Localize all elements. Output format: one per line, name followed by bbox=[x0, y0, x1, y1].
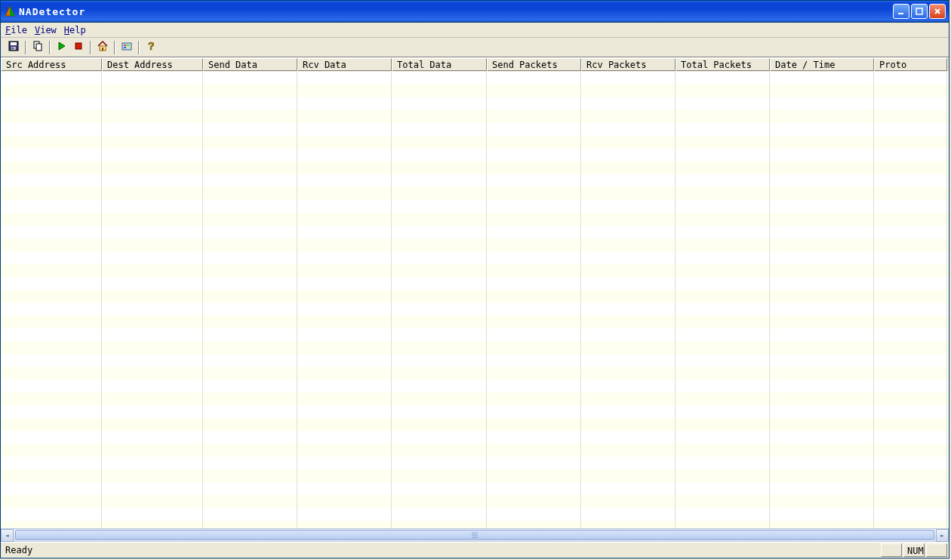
column-header-send-data[interactable]: Send Data bbox=[203, 58, 297, 71]
table-cell bbox=[770, 238, 874, 251]
table-cell bbox=[770, 469, 874, 482]
svg-rect-12 bbox=[124, 45, 126, 46]
table-cell bbox=[297, 303, 392, 315]
table-cell bbox=[676, 97, 770, 110]
table-cell bbox=[392, 290, 487, 303]
table-cell bbox=[203, 174, 297, 187]
table-row[interactable] bbox=[1, 213, 949, 226]
table-row[interactable] bbox=[1, 303, 949, 315]
table-row[interactable] bbox=[1, 149, 949, 162]
table-row[interactable] bbox=[1, 482, 949, 495]
table-cell bbox=[102, 136, 203, 149]
home-button[interactable] bbox=[94, 39, 111, 56]
table-row[interactable] bbox=[1, 495, 949, 508]
start-button[interactable] bbox=[54, 39, 70, 56]
table-cell bbox=[297, 174, 392, 187]
table-cell bbox=[581, 392, 676, 405]
menu-file[interactable]: File bbox=[5, 25, 27, 35]
maximize-button[interactable] bbox=[911, 4, 928, 19]
table-row[interactable] bbox=[1, 431, 949, 444]
table-cell bbox=[770, 136, 874, 149]
table-row[interactable] bbox=[1, 521, 949, 528]
copy-button[interactable] bbox=[29, 39, 46, 56]
table-cell bbox=[392, 149, 487, 162]
table-row[interactable] bbox=[1, 290, 949, 303]
table-row[interactable] bbox=[1, 469, 949, 482]
table-row[interactable] bbox=[1, 123, 949, 136]
table-row[interactable] bbox=[1, 85, 949, 97]
stop-button[interactable] bbox=[70, 39, 87, 56]
menu-help[interactable]: Help bbox=[64, 25, 86, 35]
table-cell bbox=[392, 508, 487, 521]
column-header-dest-address[interactable]: Dest Address bbox=[102, 58, 203, 71]
table-row[interactable] bbox=[1, 72, 949, 85]
table-cell bbox=[770, 380, 874, 392]
table-row[interactable] bbox=[1, 238, 949, 251]
table-cell bbox=[581, 354, 676, 367]
table-row[interactable] bbox=[1, 508, 949, 521]
table-row[interactable] bbox=[1, 136, 949, 149]
table-cell bbox=[874, 457, 947, 469]
table-row[interactable] bbox=[1, 110, 949, 123]
table-cell bbox=[203, 187, 297, 200]
column-header-rcv-packets[interactable]: Rcv Packets bbox=[581, 58, 676, 71]
close-button[interactable] bbox=[929, 4, 946, 19]
table-cell bbox=[102, 367, 203, 380]
column-header-src-address[interactable]: Src Address bbox=[1, 58, 102, 71]
table-cell bbox=[297, 315, 392, 328]
table-cell bbox=[676, 495, 770, 508]
table-cell bbox=[203, 405, 297, 418]
table-row[interactable] bbox=[1, 367, 949, 380]
table-row[interactable] bbox=[1, 418, 949, 431]
table-row[interactable] bbox=[1, 226, 949, 238]
column-header-date-time[interactable]: Date / Time bbox=[770, 58, 874, 71]
table-row[interactable] bbox=[1, 187, 949, 200]
table-cell bbox=[487, 110, 581, 123]
table-cell bbox=[770, 508, 874, 521]
table-cell bbox=[581, 251, 676, 264]
scroll-left-button[interactable]: ◄ bbox=[1, 529, 14, 542]
scroll-track[interactable] bbox=[14, 529, 936, 542]
column-header-proto[interactable]: Proto bbox=[874, 58, 947, 71]
table-row[interactable] bbox=[1, 354, 949, 367]
table-cell bbox=[203, 213, 297, 226]
scroll-thumb[interactable] bbox=[15, 530, 934, 540]
table-row[interactable] bbox=[1, 277, 949, 290]
svg-rect-14 bbox=[124, 47, 126, 48]
stop-icon bbox=[72, 40, 85, 54]
column-header-rcv-data[interactable]: Rcv Data bbox=[297, 58, 392, 71]
about-button[interactable]: ? bbox=[143, 39, 159, 56]
table-cell bbox=[581, 482, 676, 495]
table-cell bbox=[581, 457, 676, 469]
table-cell bbox=[297, 187, 392, 200]
table-row[interactable] bbox=[1, 251, 949, 264]
column-header-total-data[interactable]: Total Data bbox=[392, 58, 487, 71]
table-row[interactable] bbox=[1, 341, 949, 354]
scroll-right-button[interactable]: ► bbox=[936, 529, 949, 542]
table-row[interactable] bbox=[1, 97, 949, 110]
table-row[interactable] bbox=[1, 444, 949, 457]
list-view[interactable]: Src AddressDest AddressSend DataRcv Data… bbox=[1, 57, 949, 528]
options-button[interactable] bbox=[118, 39, 135, 56]
column-header-total-packets[interactable]: Total Packets bbox=[676, 58, 770, 71]
table-cell bbox=[203, 431, 297, 444]
table-row[interactable] bbox=[1, 174, 949, 187]
table-row[interactable] bbox=[1, 405, 949, 418]
table-row[interactable] bbox=[1, 457, 949, 469]
table-row[interactable] bbox=[1, 392, 949, 405]
table-cell bbox=[874, 495, 947, 508]
table-row[interactable] bbox=[1, 200, 949, 213]
horizontal-scrollbar[interactable]: ◄ ► bbox=[1, 528, 949, 542]
table-row[interactable] bbox=[1, 328, 949, 341]
table-cell bbox=[487, 174, 581, 187]
minimize-button[interactable] bbox=[893, 4, 909, 19]
titlebar[interactable]: NADetector bbox=[1, 1, 949, 23]
table-row[interactable] bbox=[1, 380, 949, 392]
table-row[interactable] bbox=[1, 315, 949, 328]
save-button[interactable] bbox=[5, 39, 22, 56]
table-row[interactable] bbox=[1, 264, 949, 277]
table-row[interactable] bbox=[1, 162, 949, 174]
table-cell bbox=[770, 187, 874, 200]
column-header-send-packets[interactable]: Send Packets bbox=[487, 58, 581, 71]
menu-view[interactable]: View bbox=[35, 25, 57, 35]
